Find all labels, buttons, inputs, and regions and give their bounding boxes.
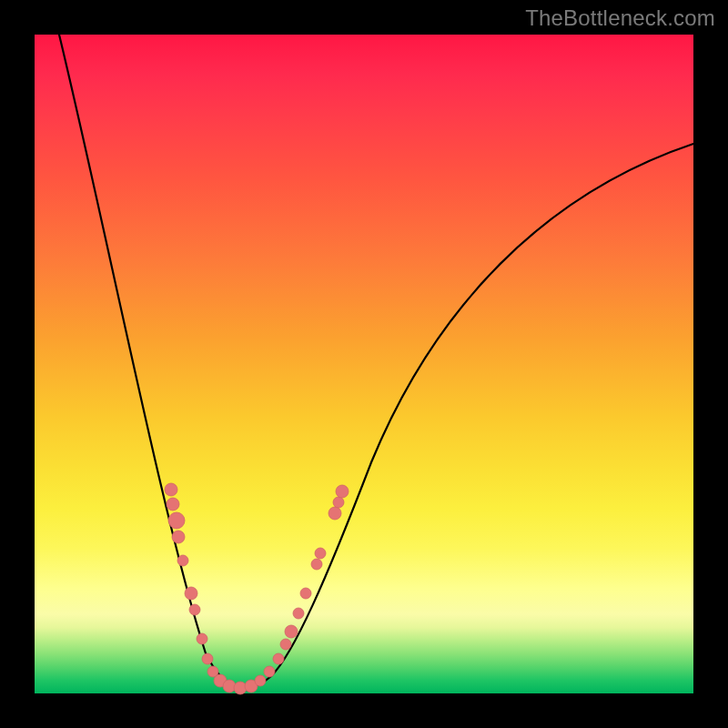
data-dot	[336, 485, 349, 498]
chart-frame: TheBottleneck.com	[0, 0, 728, 728]
watermark-text: TheBottleneck.com	[525, 5, 715, 31]
data-dot	[311, 559, 322, 570]
data-dot	[168, 512, 185, 529]
data-dot	[165, 483, 177, 496]
data-dot	[300, 588, 311, 599]
data-dot	[189, 604, 200, 615]
data-dot	[333, 497, 344, 508]
plot-area	[35, 35, 693, 693]
data-dot	[293, 608, 304, 619]
curve-layer	[35, 35, 693, 693]
bottleneck-curve	[59, 35, 693, 688]
data-dot	[285, 625, 298, 638]
data-dot	[172, 531, 185, 543]
data-dot	[197, 633, 207, 644]
data-dot	[202, 653, 213, 664]
data-dot	[329, 507, 341, 520]
data-dot	[280, 639, 291, 650]
data-dot	[177, 555, 188, 566]
data-dot	[185, 587, 197, 600]
data-dot	[315, 548, 326, 559]
data-dot	[264, 666, 275, 677]
data-dot	[167, 498, 179, 511]
data-dot	[273, 653, 284, 664]
data-dot	[255, 675, 266, 686]
